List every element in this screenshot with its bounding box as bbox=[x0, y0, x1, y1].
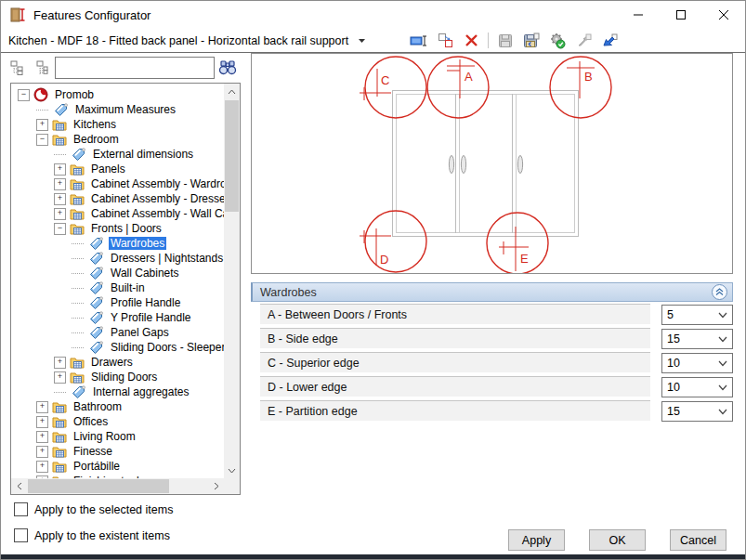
features-configurator-window: Features Configurator Kitchen - MDF 18 -… bbox=[0, 0, 746, 560]
tree-item[interactable]: Dressers | Nightstands bbox=[11, 251, 224, 266]
value-combobox[interactable]: 5 bbox=[661, 305, 733, 325]
vertical-scroll-thumb[interactable] bbox=[225, 100, 239, 212]
scroll-down-icon[interactable] bbox=[224, 462, 240, 478]
tree-item[interactable]: +Kitchens bbox=[11, 117, 224, 132]
maximize-button[interactable] bbox=[660, 1, 702, 29]
save-database-icon[interactable] bbox=[522, 32, 541, 50]
expand-plus-icon[interactable]: + bbox=[36, 401, 48, 413]
tree-item[interactable]: −Promob bbox=[11, 87, 224, 102]
window-title: Features Configurator bbox=[33, 8, 151, 22]
folder-icon bbox=[70, 207, 85, 220]
expand-plus-icon[interactable]: + bbox=[36, 416, 48, 428]
tree-search-row bbox=[10, 57, 241, 79]
feature-row: C - Superior edge10 bbox=[251, 352, 733, 376]
expand-plus-icon[interactable]: + bbox=[36, 431, 48, 443]
tree-search-input[interactable] bbox=[55, 57, 215, 79]
tree-vertical-scrollbar[interactable] bbox=[224, 84, 240, 478]
tree-item[interactable]: Profile Handle bbox=[11, 295, 224, 310]
apply-button[interactable]: Apply bbox=[508, 529, 565, 551]
chevron-down-icon bbox=[718, 360, 727, 367]
tree-item[interactable]: +Offices bbox=[11, 414, 224, 429]
tree-horizontal-scrollbar[interactable] bbox=[11, 478, 224, 494]
expand-plus-icon[interactable]: + bbox=[54, 193, 66, 205]
horizontal-scroll-thumb[interactable] bbox=[28, 479, 169, 493]
tree-item-label: Living Room bbox=[72, 430, 137, 443]
expand-plus-icon[interactable]: + bbox=[54, 357, 66, 369]
import-arrow-icon[interactable] bbox=[574, 32, 593, 50]
tree-item[interactable]: +Sliding Doors bbox=[11, 370, 224, 384]
svg-text:C: C bbox=[381, 73, 389, 87]
collapse-minus-icon[interactable]: − bbox=[54, 223, 66, 235]
value-combobox[interactable]: 10 bbox=[661, 377, 733, 397]
tag-icon bbox=[85, 340, 104, 355]
tree-item-label: Sliding Doors - Sleepers bbox=[109, 341, 224, 354]
minimize-button[interactable] bbox=[617, 1, 660, 29]
expand-plus-icon[interactable]: + bbox=[36, 446, 48, 458]
tree-item[interactable]: Built-in bbox=[11, 280, 224, 295]
tree-item[interactable]: Wardrobes bbox=[11, 236, 224, 251]
expand-plus-icon[interactable]: + bbox=[54, 163, 66, 176]
tree-item-label: Bedroom bbox=[72, 133, 121, 146]
tree-item[interactable]: +Cabinet Assembly - Wardrobe bbox=[11, 176, 224, 191]
expand-plus-icon[interactable]: + bbox=[36, 119, 48, 131]
tree-item[interactable]: +Cabinet Assembly - Dressers | bbox=[11, 191, 224, 206]
ok-button[interactable]: OK bbox=[589, 529, 646, 551]
tree-item-label: Finesse bbox=[72, 445, 114, 458]
expand-plus-icon[interactable]: + bbox=[54, 208, 66, 220]
tree-item[interactable]: Internal aggregates bbox=[11, 384, 224, 399]
folder-icon bbox=[70, 192, 85, 205]
save-icon[interactable] bbox=[496, 32, 515, 50]
rename-icon[interactable] bbox=[410, 32, 428, 50]
duplicate-icon[interactable] bbox=[436, 32, 454, 50]
scroll-up-icon[interactable] bbox=[224, 84, 240, 99]
expand-tree-icon[interactable] bbox=[33, 60, 48, 76]
tree-item[interactable]: External dimensions bbox=[11, 147, 224, 162]
collapse-minus-icon[interactable]: − bbox=[36, 134, 48, 146]
export-arrow-icon[interactable] bbox=[600, 32, 619, 50]
apply-existent-checkbox[interactable] bbox=[14, 528, 28, 542]
expand-plus-icon[interactable]: + bbox=[54, 178, 66, 190]
tree-item[interactable]: −Bedroom bbox=[11, 132, 224, 147]
profile-dropdown-caret-icon[interactable] bbox=[358, 37, 366, 44]
apply-selected-checkbox[interactable] bbox=[14, 502, 28, 516]
tree-item[interactable]: +Cabinet Assembly - Wall Cabi bbox=[11, 206, 224, 221]
tree-item[interactable]: +Living Room bbox=[11, 429, 224, 444]
tree-item-label: Cabinet Assembly - Wall Cabi bbox=[89, 207, 224, 220]
scroll-left-icon[interactable] bbox=[11, 478, 27, 494]
tree-item[interactable]: +Portábille bbox=[11, 459, 224, 474]
tree-item[interactable]: Wall Cabinets bbox=[11, 266, 224, 280]
delete-icon[interactable] bbox=[462, 32, 480, 50]
tree-item[interactable]: Sliding Doors - Sleepers bbox=[11, 340, 224, 355]
value-combobox[interactable]: 10 bbox=[661, 353, 733, 373]
tree-item-label: Wall Cabinets bbox=[109, 267, 181, 280]
collapse-section-icon[interactable] bbox=[712, 284, 727, 300]
close-button[interactable] bbox=[702, 1, 745, 29]
expand-plus-icon[interactable]: + bbox=[54, 371, 66, 384]
tree-item-label: Wardrobes bbox=[109, 237, 166, 250]
tree-item[interactable]: +Finesse bbox=[11, 444, 224, 459]
scroll-right-icon[interactable] bbox=[208, 478, 224, 494]
tree-item[interactable]: Maximum Measures bbox=[11, 102, 224, 117]
folder-icon bbox=[70, 222, 85, 235]
tree-item[interactable]: +Drawers bbox=[11, 355, 224, 370]
apply-gear-icon[interactable] bbox=[548, 32, 567, 50]
value-combobox[interactable]: 15 bbox=[661, 329, 733, 349]
collapse-tree-icon[interactable] bbox=[10, 60, 26, 76]
title-bar: Features Configurator bbox=[1, 1, 745, 29]
tree-item[interactable]: +Panels bbox=[11, 162, 224, 176]
tree-item[interactable]: Panel Gaps bbox=[11, 325, 224, 340]
chevron-down-icon bbox=[718, 384, 727, 391]
tree-item[interactable]: −Fronts | Doors bbox=[11, 221, 224, 236]
value-combobox[interactable]: 15 bbox=[661, 401, 733, 422]
tree-item[interactable]: +Bathroom bbox=[11, 399, 224, 414]
collapse-minus-icon[interactable]: − bbox=[18, 89, 30, 101]
tree-viewport: −PromobMaximum Measures+Kitchens−Bedroom… bbox=[11, 84, 224, 478]
folder-icon bbox=[52, 460, 67, 473]
find-binoculars-icon[interactable] bbox=[218, 59, 237, 76]
cancel-button[interactable]: Cancel bbox=[670, 529, 726, 551]
tree-item[interactable]: Y Profile Handle bbox=[11, 310, 224, 325]
tree-item-label: Internal aggregates bbox=[91, 385, 190, 398]
expand-plus-icon[interactable]: + bbox=[36, 461, 48, 473]
folder-icon bbox=[70, 177, 85, 190]
tree-item-label: External dimensions bbox=[91, 148, 195, 161]
